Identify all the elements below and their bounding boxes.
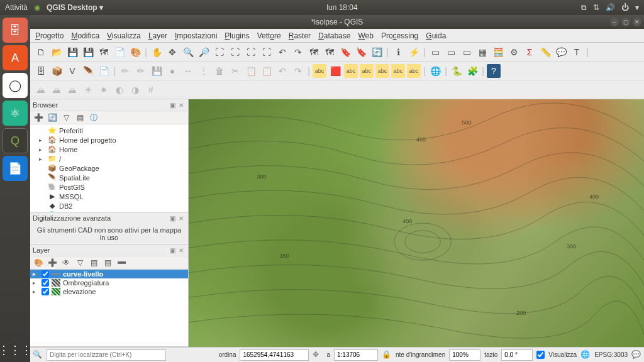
power-icon[interactable]: ⏻ xyxy=(621,3,629,12)
select-features-icon[interactable]: ▭ xyxy=(428,45,442,59)
new-map-icon[interactable]: 🗺 xyxy=(307,45,321,59)
stats-icon[interactable]: Σ xyxy=(523,45,536,59)
redo-icon[interactable]: ↷ xyxy=(291,64,305,78)
raster-tool-7[interactable]: ◑ xyxy=(128,83,142,97)
zoom-full-icon[interactable]: ⛶ xyxy=(228,45,242,59)
render-checkbox[interactable] xyxy=(536,351,545,359)
deselect-icon[interactable]: ▭ xyxy=(460,45,474,59)
add-group-icon[interactable]: ➕ xyxy=(47,257,58,268)
pan-to-selection-icon[interactable]: ✥ xyxy=(165,45,179,59)
copy-icon[interactable]: 📋 xyxy=(244,64,258,78)
measure-icon[interactable]: 📏 xyxy=(538,45,552,59)
layer-visibility-checkbox[interactable] xyxy=(42,279,49,287)
menu-web[interactable]: Web xyxy=(358,31,373,40)
raster-tool-2[interactable]: ⛰ xyxy=(50,83,64,97)
network-icon[interactable]: ⇅ xyxy=(593,3,599,12)
window-close[interactable]: ✕ xyxy=(633,18,641,26)
identify-icon[interactable]: ℹ xyxy=(391,45,405,59)
label-pin-icon[interactable]: abc xyxy=(344,64,358,78)
panel-undock-icon[interactable]: ▣ xyxy=(168,246,177,255)
launcher-chrome[interactable]: ◯ xyxy=(3,73,28,98)
launcher-software[interactable]: A xyxy=(3,45,28,70)
browser-item[interactable]: ▸🏠Home del progetto xyxy=(30,135,188,145)
browser-item[interactable]: ▸🏠Home xyxy=(30,145,188,154)
new-layout-icon[interactable]: 📄 xyxy=(113,45,126,59)
zoom-last-icon[interactable]: ↶ xyxy=(275,45,289,59)
crs-icon[interactable]: 🌐 xyxy=(580,350,591,360)
layer-row[interactable]: ▸curve-livello xyxy=(30,270,188,278)
raster-tool-6[interactable]: ◐ xyxy=(113,83,126,97)
delete-selected-icon[interactable]: 🗑 xyxy=(213,64,226,78)
menu-modifica[interactable]: Modifica xyxy=(71,31,99,40)
launcher-show-apps[interactable]: ⋮⋮⋮ xyxy=(0,343,32,357)
label-rotate-icon[interactable]: abc xyxy=(391,64,405,78)
layout-manager-icon[interactable]: 🗺 xyxy=(97,45,111,59)
layer-row[interactable]: ▸elevazione xyxy=(30,287,188,296)
raster-tool-1[interactable]: ⛰ xyxy=(34,83,48,97)
browser-tree[interactable]: ⭐Preferiti▸🏠Home del progetto▸🏠Home▸📁/📦G… xyxy=(30,124,188,212)
label-show-icon[interactable]: abc xyxy=(360,64,374,78)
new-virtual-icon[interactable]: 📄 xyxy=(97,64,111,78)
caret-down-icon[interactable]: ▾ xyxy=(635,3,639,12)
open-table-icon[interactable]: ▦ xyxy=(475,45,489,59)
undo-icon[interactable]: ↶ xyxy=(275,64,289,78)
node-tool-icon[interactable]: ⋮ xyxy=(197,64,211,78)
scale-input[interactable] xyxy=(334,349,378,361)
menu-raster[interactable]: Raster xyxy=(289,31,311,40)
filter-legend-icon[interactable]: ▽ xyxy=(74,257,86,268)
clock[interactable]: lun 18:04 xyxy=(103,3,581,12)
menu-layer[interactable]: Layer xyxy=(148,31,167,40)
add-feature-icon[interactable]: ● xyxy=(165,64,179,78)
show-bookmarks-icon[interactable]: 🔖 xyxy=(354,45,368,59)
window-maximize[interactable]: ▢ xyxy=(621,18,630,26)
browser-item[interactable]: 🐘PostGIS xyxy=(30,182,188,192)
plugin-manager-icon[interactable]: 🧩 xyxy=(465,64,479,78)
browser-item[interactable]: 🌐WMS/WMTS xyxy=(30,211,188,212)
label-change-icon[interactable]: abc xyxy=(407,64,421,78)
launcher-qgis[interactable]: Q xyxy=(3,128,28,153)
annotation-icon[interactable]: T xyxy=(570,45,584,59)
volume-icon[interactable]: 🔊 xyxy=(606,3,615,12)
save-as-icon[interactable]: 💾 xyxy=(81,45,95,59)
properties-icon[interactable]: ⓘ xyxy=(88,112,99,123)
zoom-selection-icon[interactable]: ⛶ xyxy=(244,45,258,59)
menu-guida[interactable]: Guida xyxy=(426,31,446,40)
paste-icon[interactable]: 📋 xyxy=(260,64,274,78)
panel-undock-icon[interactable]: ▣ xyxy=(168,101,177,109)
layer-row[interactable]: ▸Ombreggiatura xyxy=(30,278,188,287)
crs-label[interactable]: EPSG:3003 xyxy=(594,351,628,358)
raster-tool-5[interactable]: ✷ xyxy=(97,83,111,97)
menu-visualizza[interactable]: Visualizza xyxy=(107,31,141,40)
coordinate-input[interactable] xyxy=(240,349,309,361)
launcher-atom[interactable]: ⚛ xyxy=(3,101,28,126)
cut-icon[interactable]: ✂ xyxy=(228,64,242,78)
panel-close-icon[interactable]: ✕ xyxy=(177,101,186,109)
field-calc-icon[interactable]: 🧮 xyxy=(491,45,505,59)
help-icon[interactable]: ? xyxy=(487,64,501,78)
zoom-next-icon[interactable]: ↷ xyxy=(291,45,305,59)
menu-progetto[interactable]: Progetto xyxy=(35,31,64,40)
menu-plugins[interactable]: Plugins xyxy=(225,31,249,40)
window-minimize[interactable]: – xyxy=(610,18,619,26)
raster-tool-8[interactable]: # xyxy=(144,83,158,97)
layer-list[interactable]: ▸curve-livello▸Ombreggiatura▸elevazione xyxy=(30,270,188,346)
manage-visibility-icon[interactable]: 👁 xyxy=(60,257,72,268)
browser-item[interactable]: 📦GeoPackage xyxy=(30,163,188,173)
map-tips-icon[interactable]: 💬 xyxy=(554,45,568,59)
filter-browser-icon[interactable]: ▽ xyxy=(60,112,72,123)
move-feature-icon[interactable]: ↔ xyxy=(181,64,195,78)
datasource-manager-icon[interactable]: 🗄 xyxy=(34,64,48,78)
panel-close-icon[interactable]: ✕ xyxy=(177,214,186,222)
raster-tool-3[interactable]: ⛰ xyxy=(65,83,79,97)
collapse-all-icon[interactable]: ▤ xyxy=(74,112,86,123)
label-move-icon[interactable]: abc xyxy=(375,64,389,78)
style-manager-icon[interactable]: 🎨 xyxy=(128,45,142,59)
lock-icon[interactable]: 🔒 xyxy=(382,350,392,360)
menu-database[interactable]: Database xyxy=(318,31,350,40)
open-project-icon[interactable]: 📂 xyxy=(50,45,64,59)
save-edits-icon[interactable]: 💾 xyxy=(150,64,164,78)
dropbox-icon[interactable]: ⧉ xyxy=(581,3,587,12)
zoom-layer-icon[interactable]: ⛶ xyxy=(260,45,274,59)
launcher-files[interactable]: 🗄 xyxy=(3,18,28,43)
layer-visibility-checkbox[interactable] xyxy=(42,270,49,278)
